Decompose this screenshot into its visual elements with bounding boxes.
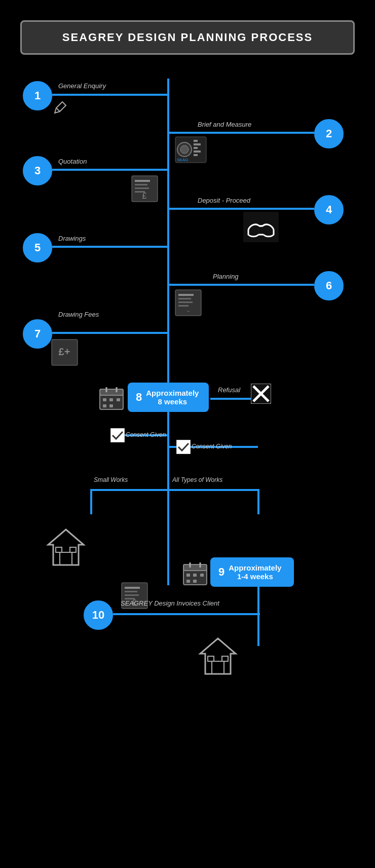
hline-10 (113, 613, 260, 615)
small-works-label: Small Works (94, 476, 128, 483)
svg-rect-62 (222, 656, 228, 661)
svg-rect-46 (125, 591, 137, 592)
svg-rect-8 (194, 154, 198, 156)
invoice-icon-10: £ (121, 582, 148, 612)
svg-rect-43 (70, 547, 76, 552)
svg-rect-12 (135, 184, 147, 185)
hline-5 (52, 246, 169, 248)
page-title: SEAGREY DESIGN PLANNING PROCESS (62, 31, 313, 44)
svg-rect-54 (186, 574, 190, 577)
step-circle-3: 3 (23, 156, 52, 185)
step-circle-10: 10 (84, 600, 113, 630)
check-icon-left (110, 428, 125, 444)
svg-marker-59 (200, 638, 236, 674)
svg-rect-31 (117, 398, 120, 401)
title-box: SEAGREY DESIGN PLANNING PROCESS (20, 20, 355, 55)
step-label-2: Brief and Measure (198, 121, 251, 128)
svg-rect-42 (56, 547, 62, 552)
step-circle-5: 5 (23, 233, 52, 262)
approx-num-8: 8 (136, 391, 142, 404)
step-circle-4: 4 (314, 195, 344, 224)
svg-rect-33 (109, 404, 113, 407)
svg-point-3 (180, 145, 189, 154)
step-circle-1: 1 (23, 81, 52, 110)
hline-1 (52, 94, 169, 96)
refusal-label: Refusal (218, 386, 240, 394)
svg-text:£: £ (142, 192, 147, 200)
svg-rect-4 (194, 140, 198, 142)
svg-rect-45 (125, 587, 140, 589)
step-label-6: Planning (213, 273, 239, 280)
refusal-x-icon (251, 384, 271, 406)
approx-box-8: 8 Approximately 8 weeks (128, 383, 209, 412)
svg-rect-13 (135, 187, 149, 189)
step-num-6: 6 (326, 279, 332, 292)
approx-text-9-line2: 1-4 weeks (229, 572, 281, 581)
svg-rect-19 (178, 298, 191, 299)
svg-text:£+: £+ (59, 346, 70, 357)
svg-rect-58 (193, 580, 197, 583)
approx-box-9: 9 Approximately 1-4 weeks (210, 557, 294, 587)
svg-rect-56 (200, 574, 204, 577)
hline-4 (169, 208, 314, 210)
svg-rect-61 (208, 656, 214, 661)
svg-text:SEAG: SEAG (177, 158, 188, 162)
hline-3 (52, 169, 169, 171)
house-icon-right (198, 636, 238, 678)
drawing-fees-icon: £+ (51, 338, 79, 368)
handshake-icon (243, 212, 279, 244)
step-label-5: Drawings (58, 235, 86, 242)
tape-measure-icon: SEAG (174, 136, 207, 166)
vline-branch-left (90, 489, 92, 514)
step-num-4: 4 (326, 203, 332, 216)
hline-2 (169, 132, 314, 134)
svg-rect-55 (193, 574, 197, 577)
vline-branch (167, 489, 169, 580)
svg-text:→: → (185, 308, 191, 314)
step-label-10: SEAGREY Design Invoices Client (121, 599, 219, 607)
check-icon-right (176, 440, 191, 456)
svg-rect-7 (194, 150, 201, 153)
quotation-icon: £ (131, 175, 159, 205)
svg-rect-32 (103, 404, 106, 407)
approx-num-9: 9 (218, 565, 224, 579)
consent-label-right: Consent Given (192, 443, 232, 450)
svg-rect-5 (194, 143, 201, 145)
approx-text-8-line1: Approximately (146, 389, 199, 397)
svg-rect-6 (194, 147, 198, 149)
svg-line-0 (56, 108, 60, 111)
consent-label-left: Consent Given (126, 431, 166, 438)
svg-rect-57 (186, 580, 190, 583)
step-circle-7: 7 (23, 319, 52, 349)
step-circle-6: 6 (314, 271, 344, 300)
calendar-icon-8 (99, 386, 124, 413)
step-label-1: General Enquiry (58, 82, 106, 90)
all-types-label: All Types of Works (172, 476, 222, 483)
svg-rect-47 (125, 594, 139, 596)
step-num-2: 2 (326, 127, 332, 140)
step-num-7: 7 (34, 327, 41, 341)
step-num-10: 10 (92, 609, 104, 622)
hline-branch-top (90, 489, 257, 491)
step-num-5: 5 (34, 241, 41, 254)
step-num-1: 1 (34, 89, 41, 102)
hline-7 (52, 332, 169, 334)
step-label-3: Quotation (58, 158, 87, 165)
svg-rect-26 (100, 389, 123, 395)
step-circle-2: 2 (314, 119, 344, 148)
hline-6 (169, 284, 314, 286)
svg-rect-20 (178, 301, 193, 303)
approx-text-9-line1: Approximately (229, 563, 281, 572)
svg-rect-41 (60, 552, 72, 565)
svg-rect-30 (109, 398, 113, 401)
svg-rect-11 (135, 180, 150, 182)
approx-text-8-line2: 8 weeks (146, 397, 199, 406)
svg-marker-40 (48, 530, 84, 565)
page-container: SEAGREY DESIGN PLANNING PROCESS 1 Genera… (0, 0, 375, 868)
planning-icon: → (174, 289, 202, 319)
svg-rect-60 (212, 661, 224, 674)
vline-branch-right (257, 489, 259, 514)
house-icon-left (46, 527, 86, 570)
step-label-4: Deposit - Proceed (198, 197, 250, 204)
svg-rect-18 (178, 294, 194, 296)
